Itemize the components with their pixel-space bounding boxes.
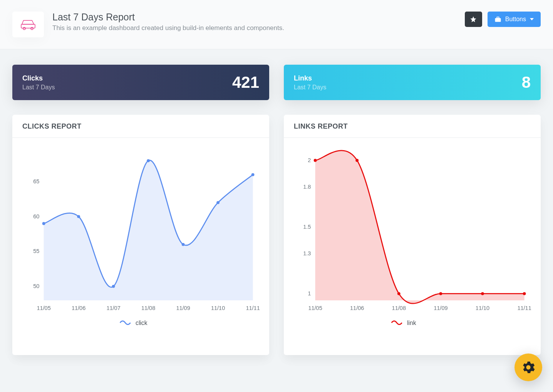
svg-text:11/06: 11/06 bbox=[72, 305, 85, 311]
page-header: Last 7 Days Report This is an example da… bbox=[0, 0, 553, 49]
svg-rect-3 bbox=[495, 18, 501, 22]
stat-links-label: Links bbox=[294, 74, 326, 82]
stat-row: Clicks Last 7 Days 421 Links Last 7 Days… bbox=[12, 65, 541, 100]
svg-text:click: click bbox=[136, 320, 147, 326]
svg-point-17 bbox=[77, 215, 80, 218]
stat-card-clicks: Clicks Last 7 Days 421 bbox=[12, 65, 269, 100]
favorite-button[interactable] bbox=[465, 12, 482, 27]
stat-clicks-value: 421 bbox=[232, 73, 259, 92]
svg-text:11/11: 11/11 bbox=[517, 305, 531, 311]
star-icon bbox=[470, 16, 477, 23]
stat-clicks-period: Last 7 Days bbox=[22, 84, 55, 91]
page-subtitle: This is an example dashboard created usi… bbox=[52, 24, 465, 32]
svg-text:11/08: 11/08 bbox=[141, 305, 155, 311]
clicks-report-card: CLICKS REPORT 5055606511/0511/0611/0711/… bbox=[12, 115, 269, 355]
stat-links-period: Last 7 Days bbox=[294, 84, 326, 91]
clicks-chart: 5055606511/0511/0611/0711/0811/0911/1011… bbox=[20, 149, 261, 330]
svg-text:55: 55 bbox=[33, 248, 39, 254]
chart-row: CLICKS REPORT 5055606511/0511/0611/0711/… bbox=[12, 115, 541, 355]
svg-point-39 bbox=[481, 292, 484, 295]
svg-text:2: 2 bbox=[308, 157, 311, 163]
stat-card-links: Links Last 7 Days 8 bbox=[284, 65, 541, 100]
svg-text:11/09: 11/09 bbox=[434, 305, 447, 311]
svg-point-18 bbox=[112, 285, 115, 288]
svg-point-16 bbox=[42, 222, 45, 225]
car-icon bbox=[20, 19, 37, 30]
svg-text:1.3: 1.3 bbox=[303, 250, 311, 256]
svg-point-22 bbox=[251, 173, 255, 176]
page-title-wrap: Last 7 Days Report This is an example da… bbox=[52, 12, 465, 32]
svg-text:11/05: 11/05 bbox=[308, 305, 322, 311]
svg-point-20 bbox=[182, 243, 185, 246]
svg-text:11/06: 11/06 bbox=[350, 305, 364, 311]
svg-text:1: 1 bbox=[308, 290, 311, 297]
svg-point-2 bbox=[31, 27, 33, 30]
svg-point-1 bbox=[23, 27, 25, 30]
svg-text:50: 50 bbox=[33, 283, 39, 289]
gear-icon bbox=[522, 361, 535, 370]
stat-clicks-label: Clicks bbox=[22, 74, 55, 82]
links-chart: 11.31.51.8211/0511/0611/0811/0911/1011/1… bbox=[292, 149, 533, 330]
svg-point-37 bbox=[397, 292, 401, 295]
chevron-down-icon bbox=[530, 18, 534, 20]
svg-text:11/11: 11/11 bbox=[246, 305, 260, 311]
svg-text:60: 60 bbox=[33, 213, 39, 219]
svg-text:1.5: 1.5 bbox=[303, 224, 311, 230]
svg-text:11/05: 11/05 bbox=[37, 305, 50, 311]
svg-text:11/09: 11/09 bbox=[176, 305, 190, 311]
svg-rect-4 bbox=[497, 17, 499, 18]
svg-text:11/08: 11/08 bbox=[392, 305, 406, 311]
svg-point-21 bbox=[216, 201, 220, 204]
page-title: Last 7 Days Report bbox=[52, 12, 465, 23]
svg-text:11/10: 11/10 bbox=[211, 305, 225, 311]
svg-text:11/10: 11/10 bbox=[476, 305, 489, 311]
page-icon-box bbox=[12, 12, 44, 37]
svg-text:65: 65 bbox=[33, 178, 39, 184]
buttons-label: Buttons bbox=[505, 16, 526, 23]
svg-point-19 bbox=[147, 159, 150, 162]
svg-point-40 bbox=[523, 292, 526, 295]
buttons-dropdown[interactable]: Buttons bbox=[488, 12, 541, 27]
stat-links-value: 8 bbox=[522, 73, 531, 92]
svg-text:1.8: 1.8 bbox=[303, 184, 311, 190]
links-report-card: LINKS REPORT 11.31.51.8211/0511/0611/081… bbox=[284, 115, 541, 355]
svg-point-35 bbox=[314, 159, 317, 162]
svg-point-36 bbox=[355, 159, 359, 162]
links-report-title: LINKS REPORT bbox=[294, 122, 531, 131]
svg-text:link: link bbox=[407, 320, 416, 326]
clicks-report-title: CLICKS REPORT bbox=[22, 122, 259, 131]
svg-point-38 bbox=[439, 292, 442, 295]
header-actions: Buttons bbox=[465, 12, 541, 27]
briefcase-icon bbox=[494, 16, 501, 22]
svg-text:11/07: 11/07 bbox=[106, 305, 120, 311]
content: Clicks Last 7 Days 421 Links Last 7 Days… bbox=[0, 49, 553, 370]
